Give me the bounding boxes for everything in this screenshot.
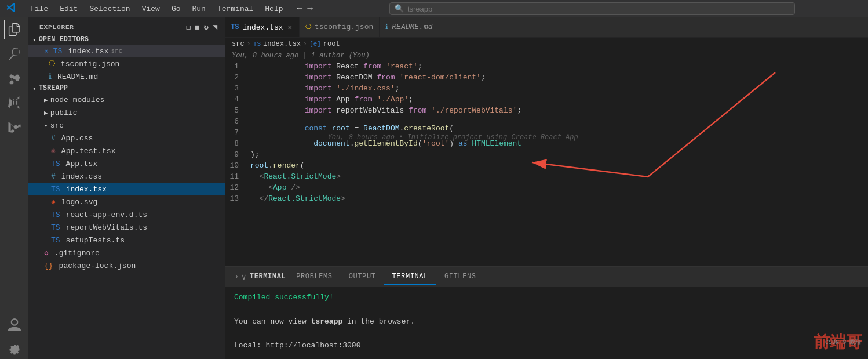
setup-tests-label: setupTests.ts xyxy=(66,236,125,245)
gitignore-label: .gitignore xyxy=(54,249,100,258)
tab-output[interactable]: OUTPUT xyxy=(341,269,384,284)
sidebar-item-react-app-env[interactable]: TS react-app-env.d.ts xyxy=(28,208,225,221)
breadcrumb-bracket-icon: [e] xyxy=(309,41,321,48)
index-css-icon: # xyxy=(51,172,56,181)
code-line-8: 8 document.getElementById('root') as HTM… xyxy=(225,138,868,149)
terminal-panel: › ∨ TERMINAL PROBLEMS OUTPUT TERMINAL GI… xyxy=(225,266,868,359)
search-input[interactable] xyxy=(407,5,790,13)
menu-selection[interactable]: Selection xyxy=(85,3,134,14)
sidebar-item-src[interactable]: ▾ src xyxy=(28,119,225,132)
tab-info-icon: ℹ xyxy=(385,23,388,31)
code-line-10: 10 root.render( xyxy=(225,160,868,171)
line-num-5: 5 xyxy=(225,106,248,115)
json-file-icon: ⎔ xyxy=(49,59,55,68)
menu-go[interactable]: Go xyxy=(167,3,185,14)
explorer-activity-icon[interactable] xyxy=(4,20,24,39)
activity-bar xyxy=(0,17,28,359)
tsreapp-label: TSREAPP xyxy=(39,84,68,92)
main-layout: EXPLORER ◻ ◼ ↻ ◥ ▾ OPEN EDITORS ✕ TS ind… xyxy=(0,17,868,359)
sidebar-item-readme[interactable]: ℹ README.md xyxy=(28,70,225,83)
sidebar-item-index-css[interactable]: # index.css xyxy=(28,170,225,183)
menu-terminal[interactable]: Terminal xyxy=(213,3,258,14)
app-css-label: App.css xyxy=(61,134,93,143)
code-line-9: 9 ); xyxy=(225,149,868,160)
line-num-10: 10 xyxy=(225,161,248,170)
sidebar-item-logo-svg[interactable]: ◈ logo.svg xyxy=(28,195,225,208)
breadcrumb-src: src xyxy=(232,40,245,48)
line-content-10: root.render( xyxy=(248,161,868,170)
package-lock-label: package-lock.json xyxy=(59,262,136,270)
sidebar-item-package-lock[interactable]: {} package-lock.json xyxy=(28,259,225,272)
sidebar-item-app-test[interactable]: ⚛ App.test.tsx xyxy=(28,144,225,157)
code-editor[interactable]: 1 import React from 'react'; 2 import Re… xyxy=(225,61,868,266)
src-chevron-icon: ▾ xyxy=(44,122,48,129)
sidebar-item-report-web-vitals[interactable]: TS reportWebVitals.ts xyxy=(28,221,225,234)
react-env-icon: TS xyxy=(51,211,60,219)
line-content-13: </React.StrictMode> xyxy=(248,194,868,203)
tab-tsconfig[interactable]: ⎔ tsconfig.json xyxy=(300,17,380,37)
sidebar-open-index-tsx-dir: src xyxy=(111,48,122,55)
sidebar-item-node-modules[interactable]: ▶ node_modules xyxy=(28,93,225,106)
code-line-5: 5 import reportWebVitals from './reportW… xyxy=(225,105,868,116)
tab-gitlens[interactable]: GITLENS xyxy=(436,269,484,284)
new-file-icon[interactable]: ◻ xyxy=(186,22,191,32)
vscode-logo-icon xyxy=(6,2,16,16)
collapse-icon[interactable]: ◥ xyxy=(213,22,218,32)
global-search-bar[interactable]: 🔍 xyxy=(389,2,795,15)
line-content-11: <React.StrictMode> xyxy=(248,172,868,181)
sidebar-header-icons: ◻ ◼ ↻ ◥ xyxy=(186,22,218,32)
breadcrumb-sep-2: › xyxy=(303,40,307,48)
account-activity-icon[interactable] xyxy=(4,315,24,335)
terminal-line-3: You can now view tsreapp in the browser. xyxy=(234,316,859,328)
extensions-activity-icon[interactable] xyxy=(4,117,24,137)
back-button[interactable]: ← xyxy=(297,3,303,14)
sidebar-item-setup-tests[interactable]: TS setupTests.ts xyxy=(28,234,225,246)
explorer-label: EXPLORER xyxy=(39,24,74,31)
sidebar-tsconfig-label: tsconfig.json xyxy=(61,60,119,68)
sidebar-item-app-css[interactable]: # App.css xyxy=(28,132,225,144)
sidebar-item-public[interactable]: ▶ public xyxy=(28,106,225,119)
menu-bar: File Edit Selection View Go Run Terminal… xyxy=(25,3,288,14)
new-folder-icon[interactable]: ◼ xyxy=(195,22,200,32)
menu-file[interactable]: File xyxy=(25,3,53,14)
menu-help[interactable]: Help xyxy=(260,3,287,14)
sidebar-item-index-tsx-open[interactable]: ✕ TS index.tsx src xyxy=(28,45,225,57)
menu-edit[interactable]: Edit xyxy=(55,3,82,14)
folder-chevron-icon: ▶ xyxy=(44,96,48,104)
menu-view[interactable]: View xyxy=(137,3,165,14)
index-css-label: index.css xyxy=(61,172,102,181)
sidebar-item-gitignore[interactable]: ◇ .gitignore xyxy=(28,246,225,259)
line-num-6: 6 xyxy=(225,117,248,126)
tab-problems[interactable]: PROBLEMS xyxy=(288,269,340,284)
terminal-section-label: TERMINAL xyxy=(250,273,286,281)
menu-run[interactable]: Run xyxy=(187,3,210,14)
app-tsx-icon: TS xyxy=(51,159,60,168)
panel-chevron-icon[interactable]: › xyxy=(234,272,239,281)
sidebar-item-index-tsx[interactable]: TS index.tsx xyxy=(28,183,225,195)
search-activity-icon[interactable] xyxy=(4,44,24,64)
sidebar-item-app-tsx[interactable]: TS App.tsx xyxy=(28,157,225,170)
run-debug-activity-icon[interactable] xyxy=(4,93,24,113)
forward-button[interactable]: → xyxy=(307,3,313,14)
panel-expand-icon[interactable]: ∨ xyxy=(241,272,246,282)
open-editors-section[interactable]: ▾ OPEN EDITORS xyxy=(28,34,225,45)
setup-icon: TS xyxy=(51,236,60,245)
tab-index-tsx[interactable]: TS index.tsx ✕ xyxy=(225,17,300,37)
tab-readme[interactable]: ℹ README.md xyxy=(380,17,439,37)
sidebar-item-tsconfig[interactable]: ⎔ tsconfig.json xyxy=(28,57,225,70)
tab-close-icon[interactable]: ✕ xyxy=(287,22,293,33)
sidebar-readme-label: README.md xyxy=(57,72,98,81)
settings-activity-icon[interactable] xyxy=(4,339,24,359)
line-num-2: 2 xyxy=(225,73,248,82)
src-label: src xyxy=(50,121,64,130)
source-control-activity-icon[interactable] xyxy=(4,68,24,88)
tab-ts-icon: TS xyxy=(231,23,239,31)
terminal-line-5: Local: http://localhost:3000 xyxy=(234,340,859,352)
public-chevron-icon: ▶ xyxy=(44,109,48,117)
refresh-icon[interactable]: ↻ xyxy=(203,22,209,32)
tab-json-icon: ⎔ xyxy=(305,23,311,31)
tab-terminal[interactable]: TERMINAL xyxy=(384,269,436,285)
line-num-7: 7 xyxy=(225,128,248,137)
tsreapp-section[interactable]: ▾ TSREAPP xyxy=(28,83,225,93)
terminal-line-2 xyxy=(234,304,859,316)
